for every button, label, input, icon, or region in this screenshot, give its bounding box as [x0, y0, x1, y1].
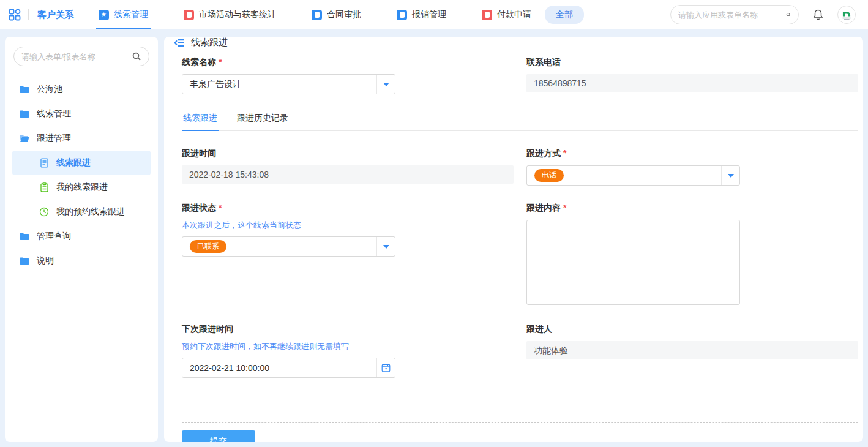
sidebar-item-my-clue-follow[interactable]: 我的线索跟进	[12, 175, 151, 200]
field-label: 跟进人	[526, 324, 858, 335]
field-label: 跟进内容*	[526, 203, 858, 214]
apps-grid-icon[interactable]	[9, 9, 21, 21]
field-label: 跟进时间	[182, 148, 514, 159]
notification-bell-icon[interactable]	[812, 9, 824, 21]
folder-icon	[20, 231, 29, 241]
contract-app-icon	[312, 10, 322, 20]
detail-tabs: 线索跟进 跟进历史记录	[182, 113, 858, 131]
app-search-box[interactable]	[670, 5, 799, 24]
follow-status-tag: 已联系	[190, 240, 226, 254]
field-label: 线索名称*	[182, 57, 514, 68]
chart-app-icon	[184, 10, 194, 20]
panel-footer: 提交	[164, 423, 863, 442]
sidebar: 公海池 线索管理 跟进管理 线索跟进 我的线索跟进 我的预约线索跟进 管理查询	[5, 37, 158, 442]
field-label: 下次跟进时间	[182, 324, 514, 335]
clue-name-select[interactable]: 丰泉广告设计	[182, 74, 395, 94]
clue-name-value: 丰泉广告设计	[182, 79, 376, 90]
sidebar-item-instructions[interactable]: 说明	[12, 249, 151, 273]
sidebar-item-label: 说明	[37, 255, 54, 266]
tab-clue-follow[interactable]: 线索跟进	[182, 113, 219, 130]
app-search-input[interactable]	[678, 10, 786, 20]
expense-app-icon	[397, 10, 407, 20]
nav-tab-contract-approval[interactable]: 合同审批	[309, 0, 364, 29]
required-marker: *	[219, 203, 222, 212]
calendar-icon[interactable]: 7	[376, 358, 395, 377]
sidebar-item-label: 线索跟进	[56, 157, 91, 168]
document-icon	[39, 158, 49, 168]
field-next-follow-time: 下次跟进时间 预约下次跟进时间，如不再继续跟进则无需填写 2022-02-21 …	[182, 324, 514, 378]
required-marker: *	[563, 148, 566, 158]
tab-follow-history[interactable]: 跟进历史记录	[236, 113, 290, 130]
chevron-down-icon[interactable]	[376, 75, 395, 94]
folder-open-icon	[20, 133, 29, 143]
field-follow-status: 跟进状态* 本次跟进之后，这个线索当前状态 已联系	[182, 203, 514, 257]
sidebar-item-label: 我的预约线索跟进	[56, 206, 125, 217]
field-label: 联系电话	[526, 57, 858, 68]
sidebar-item-label: 公海池	[37, 84, 62, 95]
follow-status-helper: 本次跟进之后，这个线索当前状态	[182, 220, 514, 231]
folder-icon	[20, 85, 29, 94]
sidebar-item-label: 线索管理	[37, 108, 71, 119]
next-follow-time-helper: 预约下次跟进时间，如不再继续跟进则无需填写	[182, 341, 514, 352]
nav-tab-payment-request[interactable]: 付款申请	[479, 0, 534, 29]
sidebar-item-label: 跟进管理	[37, 133, 71, 144]
follower-value: 功能体验	[526, 341, 858, 359]
form-search-box[interactable]	[13, 47, 149, 66]
page-content: 公海池 线索管理 跟进管理 线索跟进 我的线索跟进 我的预约线索跟进 管理查询	[0, 29, 868, 447]
nav-tab-expense-management[interactable]: 报销管理	[394, 0, 449, 29]
field-follow-content: 跟进内容*	[526, 203, 858, 307]
clock-icon	[39, 207, 49, 217]
follow-content-textarea[interactable]	[526, 220, 740, 305]
nav-tab-label: 市场活动与获客统计	[199, 9, 276, 20]
form-area: 线索名称* 丰泉广告设计 联系电话 18564898715 线索跟进 跟进历史记…	[164, 48, 863, 423]
collapse-back-icon[interactable]	[174, 38, 185, 48]
follow-method-tag: 电话	[534, 169, 564, 182]
sidebar-item-clue-follow[interactable]: 线索跟进	[12, 151, 151, 175]
search-icon[interactable]	[786, 10, 791, 20]
follow-status-select[interactable]: 已联系	[182, 236, 395, 257]
required-marker: *	[219, 57, 222, 67]
form-search-input[interactable]	[21, 52, 132, 61]
field-label: 跟进状态*	[182, 203, 514, 214]
nav-tab-label: 合同审批	[327, 9, 361, 20]
nav-tab-label: 报销管理	[412, 9, 446, 20]
folder-icon	[20, 109, 29, 119]
nav-tab-marketing-stats[interactable]: 市场活动与获客统计	[181, 0, 279, 29]
panel-title-bar: 线索跟进	[164, 37, 863, 48]
top-header: 客户关系 ★ 线索管理 市场活动与获客统计 合同审批 报销管理 付款申请 全部	[0, 0, 868, 29]
top-nav: ★ 线索管理 市场活动与获客统计 合同审批 报销管理 付款申请	[96, 0, 534, 29]
field-follow-method: 跟进方式* 电话	[526, 148, 858, 186]
sidebar-item-follow-management[interactable]: 跟进管理	[12, 126, 151, 151]
chevron-down-icon[interactable]	[376, 237, 395, 256]
main-panel: 线索跟进 线索名称* 丰泉广告设计 联系电话 18564898715	[164, 37, 863, 442]
workspace-title[interactable]: 客户关系	[37, 9, 74, 21]
next-follow-time-input[interactable]: 2022-02-21 10:00:00 7	[182, 358, 395, 378]
nav-tab-label: 付款申请	[497, 9, 531, 20]
nav-tab-clue-management[interactable]: ★ 线索管理	[96, 0, 151, 29]
svg-text:7: 7	[385, 367, 387, 371]
nav-tab-label: 线索管理	[114, 9, 148, 20]
sidebar-item-clue-management[interactable]: 线索管理	[12, 102, 151, 126]
page-title: 线索跟进	[191, 37, 228, 48]
follow-method-select[interactable]: 电话	[526, 165, 740, 186]
company-logo-icon	[839, 7, 855, 23]
star-app-icon: ★	[99, 10, 109, 20]
header-divider	[28, 9, 29, 20]
user-avatar[interactable]	[837, 6, 856, 24]
sidebar-item-public-pool[interactable]: 公海池	[12, 77, 151, 102]
required-marker: *	[563, 203, 566, 212]
search-icon[interactable]	[132, 51, 141, 61]
sidebar-item-label: 我的线索跟进	[56, 182, 108, 193]
sidebar-item-label: 管理查询	[37, 231, 71, 242]
chevron-down-icon[interactable]	[721, 166, 739, 185]
filter-all-pill[interactable]: 全部	[545, 6, 584, 24]
folder-icon	[20, 256, 29, 266]
sidebar-item-admin-query[interactable]: 管理查询	[12, 224, 151, 249]
field-label: 跟进方式*	[526, 148, 858, 159]
submit-button[interactable]: 提交	[182, 430, 255, 442]
sidebar-item-my-reserved-clue-follow[interactable]: 我的预约线索跟进	[12, 200, 151, 224]
clipboard-icon	[39, 182, 49, 192]
field-contact-phone: 联系电话 18564898715	[526, 57, 858, 92]
contact-phone-value: 18564898715	[526, 74, 858, 92]
next-follow-time-value: 2022-02-21 10:00:00	[182, 363, 376, 373]
